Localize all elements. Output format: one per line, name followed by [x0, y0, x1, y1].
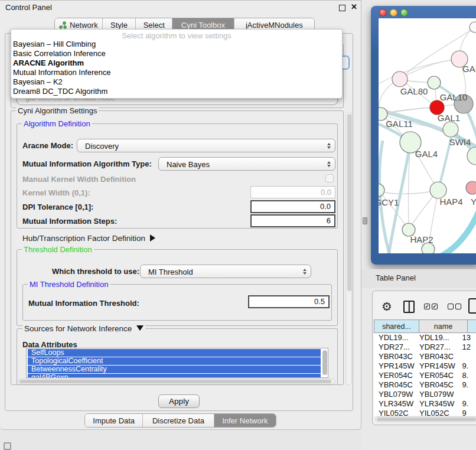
manual-kernel-checkbox[interactable]	[325, 174, 334, 182]
aracne-mode-value: Discovery	[85, 141, 119, 150]
column-header[interactable]: A	[467, 319, 476, 333]
network-node[interactable]	[466, 181, 476, 194]
algorithm-option[interactable]: Basic Correlation Inference	[11, 49, 342, 58]
network-graph[interactable]: GALGAL80GAL10GAL1GAL11SWI4GAL4GCY1HAP4YH…	[379, 18, 476, 253]
hub-section-toggle[interactable]: Hub/Transcription Factor Definition	[22, 234, 155, 243]
float-window-icon[interactable]	[339, 5, 345, 11]
split-pane-handle[interactable]	[363, 217, 367, 224]
export-table-icon[interactable]	[468, 298, 476, 314]
table-cell: YBR045C	[374, 380, 415, 390]
algorithm-option[interactable]: Bayesian – Hill Climbing	[11, 40, 342, 49]
table-row[interactable]: YDL19...YDL19...13	[374, 333, 476, 343]
gear-icon[interactable]: ⚙	[382, 301, 392, 312]
bottom-tab-label: Impute Data	[93, 416, 135, 425]
attribute-list-item[interactable]: TopologicalCoefficient	[28, 357, 321, 365]
spinner-arrows-icon	[327, 161, 331, 167]
network-node-label: Y	[471, 197, 476, 207]
network-edge[interactable]	[400, 59, 459, 79]
network-node-label: HAP2	[410, 234, 433, 244]
attribute-list-item[interactable]: BetweennessCentrality	[28, 366, 321, 373]
table-row[interactable]: YBL079WYBL079W	[374, 390, 476, 399]
tab-label: Network	[70, 21, 98, 30]
table-row[interactable]: YER054CYER054C8.	[374, 371, 476, 380]
bottom-tab-infer-network[interactable]: Infer Network	[214, 414, 276, 427]
network-node-label: GAL80	[400, 86, 428, 96]
settings-vscrollbar-thumb[interactable]	[347, 114, 351, 291]
network-node[interactable]	[430, 182, 446, 198]
settings-vscrollbar[interactable]	[345, 112, 352, 385]
which-threshold-combo[interactable]: MI Threshold	[140, 265, 311, 278]
table-row[interactable]: YIL052CYIL052C9	[374, 409, 476, 416]
table-hscrollbar[interactable]	[375, 416, 476, 422]
deselect-all-checkboxes-icon[interactable]	[448, 304, 463, 314]
algorithm-option[interactable]: Mutual Information Inference	[11, 68, 342, 77]
aracne-mode-combo[interactable]: Discovery	[77, 139, 335, 152]
kernel-width-field[interactable]: 0.0	[250, 186, 335, 198]
table-row[interactable]: YBR043CYBR043C	[374, 352, 476, 361]
settings-hscrollbar-thumb[interactable]	[19, 380, 331, 383]
network-edge[interactable]	[442, 210, 476, 253]
select-all-checkboxes-icon[interactable]: ✓✓	[424, 304, 439, 314]
minimized-panel-icon[interactable]	[4, 442, 11, 450]
table-cell: YDR27...	[374, 343, 415, 352]
mi-type-value: Naive Bayes	[167, 159, 210, 168]
algorithm-option[interactable]: ARACNE Algorithm	[11, 58, 342, 68]
algorithm-option[interactable]: Dream8 DC_TDC Algorithm	[11, 87, 342, 96]
mi-threshold-label: Mutual Information Threshold:	[28, 299, 139, 308]
table-hscrollbar-thumb[interactable]	[377, 418, 476, 421]
mi-steps-field[interactable]: 6	[250, 214, 335, 227]
which-threshold-label: Which threshold to use:	[52, 267, 139, 276]
attribute-list-item[interactable]: gal4RGexp	[28, 374, 321, 378]
expanded-arrow-icon	[136, 325, 144, 331]
screenshot-root: Control Panel ✕ NetworkStyleSelectCyni T…	[0, 0, 476, 450]
network-node-label: GAL	[462, 64, 476, 74]
table-cell: 9.	[458, 361, 476, 371]
table-panel-title: Table Panel	[376, 273, 416, 282]
column-header[interactable]: name	[419, 319, 467, 333]
bottom-tab-impute-data[interactable]: Impute Data	[85, 414, 143, 427]
network-edge[interactable]	[379, 59, 459, 84]
bottom-tab-discretize-data[interactable]: Discretize Data	[143, 414, 214, 427]
table-row[interactable]: YLR345WYLR345W9.	[374, 399, 476, 409]
sources-toggle[interactable]: Sources for Network Inference	[22, 324, 145, 333]
attributes-vscrollbar-thumb[interactable]	[322, 350, 327, 375]
network-node[interactable]	[467, 147, 476, 165]
network-window[interactable]: GALGAL80GAL10GAL1GAL11SWI4GAL4GCY1HAP4YH…	[371, 6, 476, 265]
table-cell: 9.	[458, 399, 476, 409]
sources-title: Sources for Network Inference	[24, 324, 132, 333]
column-header[interactable]: shared...	[374, 319, 419, 333]
network-node[interactable]	[443, 122, 458, 137]
table-row[interactable]: YPR145WYPR145W9.	[374, 361, 476, 371]
table-cell: YPR145W	[415, 361, 458, 371]
network-node[interactable]	[379, 184, 384, 197]
close-icon[interactable]: ✕	[351, 2, 357, 11]
network-node-label: GAL11	[386, 119, 413, 129]
table-row[interactable]: YBR045CYBR045C9.	[374, 380, 476, 390]
bottom-tabbar: Impute DataDiscretize DataInfer Network	[84, 413, 276, 428]
panel-title: Control Panel	[5, 3, 52, 12]
minimize-traffic-light-icon[interactable]	[390, 9, 397, 17]
table-cell: 8.	[458, 371, 476, 380]
columns-icon[interactable]	[403, 301, 415, 313]
table-cell: YBR045C	[415, 380, 458, 390]
table-body: YDL19...YDL19...13YDR27...YDR27...12YBR0…	[374, 333, 476, 416]
zoom-traffic-light-icon[interactable]	[400, 9, 408, 17]
settings-hscrollbar[interactable]	[18, 379, 335, 384]
close-traffic-light-icon[interactable]	[379, 9, 387, 17]
apply-button[interactable]: Apply	[158, 394, 200, 408]
network-node[interactable]	[392, 71, 407, 87]
attribute-list-item[interactable]: SelfLoops	[28, 349, 321, 357]
algorithm-option[interactable]: Bayesian – K2	[11, 77, 342, 87]
table-row[interactable]: YDR27...YDR27...12	[374, 343, 476, 352]
table-cell: YDL19...	[415, 333, 458, 343]
bottom-tab-label: Infer Network	[222, 416, 268, 425]
data-attributes-list[interactable]: SelfLoopsTopologicalCoefficientBetweenne…	[26, 348, 328, 378]
network-node[interactable]	[428, 76, 441, 89]
network-canvas[interactable]: GALGAL80GAL10GAL1GAL11SWI4GAL4GCY1HAP4YH…	[379, 18, 476, 253]
table-cell: YER054C	[415, 371, 458, 380]
table-cell: YBL079W	[415, 390, 458, 399]
dpi-tolerance-label: DPI Tolerance [0,1]:	[22, 203, 93, 211]
mi-type-combo[interactable]: Naive Bayes	[158, 157, 335, 171]
mi-threshold-field[interactable]: 0.5	[248, 295, 330, 308]
dpi-tolerance-field[interactable]: 0.0	[250, 200, 335, 213]
